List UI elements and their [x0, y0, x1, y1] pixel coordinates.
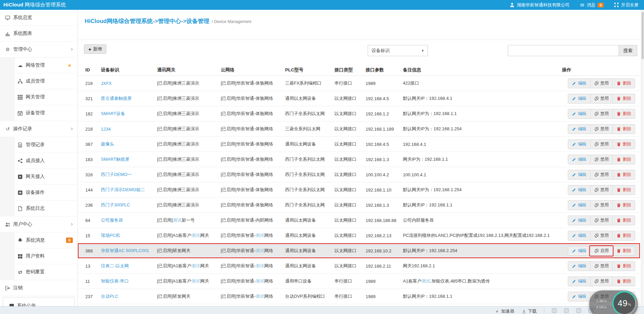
edit-button[interactable]: 编辑	[568, 185, 590, 195]
delete-button[interactable]: 删除	[613, 109, 635, 118]
device-link[interactable]: SMART设备	[101, 111, 125, 116]
add-button[interactable]: + 新增	[84, 44, 106, 54]
edit-button[interactable]: 编辑	[568, 94, 590, 103]
sidebar-item-4[interactable]: 成员管理	[0, 73, 78, 89]
cell-cloud-network: [已启用]华辰智通-体验网络	[221, 187, 285, 193]
disable-button[interactable]: 禁用	[590, 216, 613, 225]
search-button[interactable]: 搜索	[619, 45, 637, 56]
sidebar-item-3[interactable]: ☁网络管理★	[0, 58, 78, 73]
download-button[interactable]: 下载	[522, 308, 537, 314]
delete-button[interactable]: 删除	[613, 125, 635, 134]
device-link[interactable]: 1234	[101, 127, 111, 132]
edit-button[interactable]: 编辑	[568, 140, 590, 149]
delete-button[interactable]: 删除	[613, 277, 635, 286]
delete-button[interactable]: 删除	[613, 185, 635, 195]
delete-button-label: 删除	[623, 263, 631, 269]
browser-tool-icon[interactable]	[552, 308, 557, 313]
disable-button[interactable]: 禁用	[590, 125, 613, 134]
delete-button[interactable]: 删除	[613, 216, 635, 225]
fullscreen-button[interactable]: 开启全屏	[614, 2, 639, 8]
table-row-316: 316西门子DEMO一[已启用]株洲三菱演示[已启用]华辰智通-体验网络西门子全…	[78, 167, 640, 182]
disable-button[interactable]: 禁用	[590, 231, 613, 240]
edit-button[interactable]: 编辑	[568, 155, 590, 164]
disable-button[interactable]: 禁用	[590, 170, 613, 179]
sidebar-item-8[interactable]: 管理记录	[0, 137, 78, 153]
delete-button[interactable]: 删除	[613, 140, 635, 149]
device-link[interactable]: 西门子演示DEMO箱二	[101, 187, 145, 192]
sidebar-item-10[interactable]: 网关接入	[0, 169, 78, 185]
edit-button[interactable]: 编辑	[568, 201, 590, 210]
disable-button[interactable]: 禁用	[590, 185, 613, 195]
page-scrollbar[interactable]	[641, 10, 644, 306]
delete-button[interactable]: 删除	[613, 170, 635, 179]
delete-button[interactable]: 删除	[613, 231, 635, 240]
messages-menu[interactable]: ✉ 消息 0	[580, 2, 604, 8]
edit-button[interactable]: 编辑	[568, 109, 590, 118]
device-link[interactable]: 台达PLC	[101, 294, 118, 299]
disable-button[interactable]: 禁用	[590, 79, 613, 88]
sidebar-item-11[interactable]: 设备操作	[0, 185, 78, 201]
edit-button[interactable]: 编辑	[568, 277, 590, 286]
disable-button[interactable]: 禁用	[590, 155, 613, 164]
cell-plc-model: 西门子全系列以太网	[285, 202, 335, 208]
device-link[interactable]: 公司服务器	[101, 218, 123, 223]
device-link[interactable]: SMART触摸屏	[101, 157, 129, 162]
edit-button[interactable]: 编辑	[568, 79, 590, 88]
sidebar-item-9[interactable]: 成员接入	[0, 153, 78, 169]
disable-button[interactable]: 禁用	[590, 262, 613, 271]
device-link[interactable]: 西门子DEMO一	[101, 172, 132, 177]
accelerator-button[interactable]: 加速器	[495, 308, 514, 314]
disable-button[interactable]: 禁用	[590, 109, 613, 118]
sidebar-item-1[interactable]: 系统图表	[0, 26, 78, 42]
sidebar-item-6[interactable]: 设备管理	[0, 105, 78, 121]
header-divider	[78, 40, 641, 40]
scrollbar-thumb[interactable]	[642, 12, 644, 59]
device-link[interactable]: 昆仑通泰触摸屏	[101, 96, 132, 101]
delete-button[interactable]: 删除	[613, 155, 635, 164]
edit-button[interactable]: 编辑	[568, 216, 590, 225]
edit-button[interactable]: 编辑	[568, 125, 590, 134]
device-link[interactable]: 仪表二-以太网	[101, 263, 129, 268]
enable-button[interactable]: 启用	[590, 246, 613, 255]
edit-button[interactable]: 编辑	[568, 292, 590, 301]
disable-button[interactable]: 禁用	[590, 140, 613, 149]
company-menu[interactable]: 湖南华辰智通科技有限公司	[510, 2, 570, 8]
filter-select[interactable]: 设备标识 ▼	[368, 45, 428, 56]
delete-button[interactable]: 删除	[613, 262, 635, 271]
browser-tool-icon[interactable]	[564, 308, 569, 313]
search-input[interactable]	[508, 45, 619, 56]
device-link[interactable]: 西门子300PLC	[101, 202, 130, 207]
sidebar-item-0[interactable]: 系统总览	[0, 10, 78, 26]
sidebar-item-2[interactable]: ⚙管理中心›	[0, 42, 78, 58]
sidebar-item-15[interactable]: 用户资料	[0, 248, 78, 264]
device-link[interactable]: 华辰智通AC 500PLC001	[101, 248, 149, 253]
disable-button[interactable]: 禁用	[590, 201, 613, 210]
device-link[interactable]: 摄像头	[101, 141, 114, 147]
cell-remark: A1栋客户测试,智能仪表,485串口,数据为透传	[403, 278, 562, 284]
sidebar-item-17[interactable]: 注销	[0, 280, 78, 296]
delete-button[interactable]: 删除	[613, 246, 635, 255]
edit-button[interactable]: 编辑	[568, 246, 590, 255]
disable-button[interactable]: 禁用	[590, 94, 613, 103]
delete-button[interactable]: 删除	[613, 94, 635, 103]
sidebar-item-label: 用户中心	[13, 221, 32, 227]
device-link[interactable]: 现场PC机	[101, 233, 120, 238]
edit-button[interactable]: 编辑	[568, 231, 590, 240]
device-link[interactable]: 智能仪表-串口	[101, 278, 129, 284]
device-link[interactable]: JXFX	[101, 81, 112, 86]
sidebar-item-13[interactable]: 用户中心›	[0, 217, 78, 232]
sidebar-item-5[interactable]: 网关管理	[0, 89, 78, 105]
speed-monitor-widget[interactable]: ↑ 1.9K/s ↓ 4.5K/s 49 %	[589, 290, 638, 314]
edit-button[interactable]: 编辑	[568, 262, 590, 271]
sidebar-item-14[interactable]: 系统消息0	[0, 232, 78, 248]
sidebar-item-12[interactable]: 系统日志	[0, 201, 78, 217]
delete-button[interactable]: 删除	[613, 201, 635, 210]
sidebar-item-16[interactable]: 密码重置	[0, 264, 78, 280]
edit-button-label: 编辑	[578, 278, 586, 284]
sidebar-item-7[interactable]: ↺操作记录›	[0, 121, 78, 137]
edit-button[interactable]: 编辑	[568, 170, 590, 179]
disable-button[interactable]: 禁用	[590, 277, 613, 286]
browser-tool-icon[interactable]	[576, 308, 581, 313]
cell-interface-param: 1989	[366, 81, 403, 86]
delete-button[interactable]: 删除	[613, 79, 635, 88]
